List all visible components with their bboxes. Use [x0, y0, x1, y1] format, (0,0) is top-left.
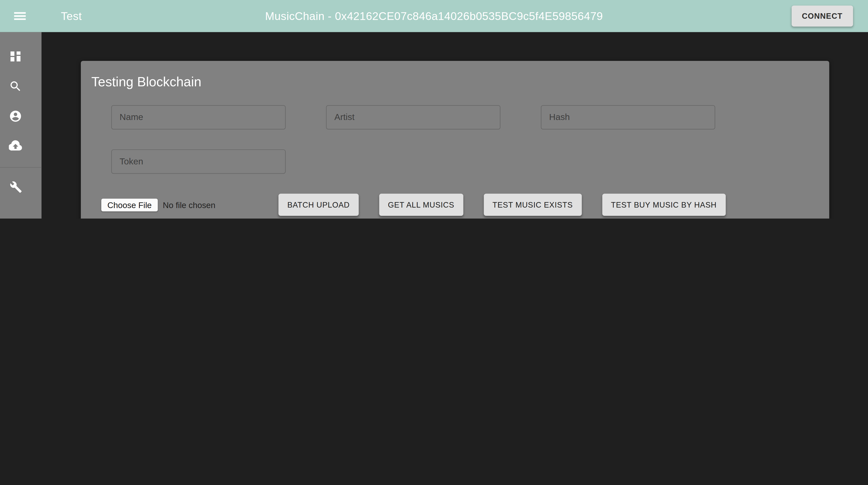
sidebar-item-tools[interactable]	[9, 181, 22, 194]
inputs-row	[111, 105, 829, 129]
app-bar: Test MusicChain - 0x42162CE07c846a14026b…	[0, 0, 868, 32]
get-all-musics-button[interactable]: GET ALL MUSICS	[379, 194, 463, 216]
hamburger-menu-button[interactable]	[12, 8, 28, 24]
dashboard-icon	[9, 50, 22, 63]
artist-input[interactable]	[326, 105, 500, 129]
connect-button[interactable]: CONNECT	[792, 5, 853, 27]
token-row	[111, 150, 829, 174]
nav-label-test[interactable]: Test	[61, 10, 82, 23]
sidebar	[0, 32, 41, 219]
test-music-exists-button[interactable]: TEST MUSIC EXISTS	[484, 194, 582, 216]
sidebar-divider	[0, 167, 41, 168]
test-buy-music-by-hash-button[interactable]: TEST BUY MUSIC BY HASH	[602, 194, 725, 216]
name-input[interactable]	[111, 105, 286, 129]
sidebar-item-dashboard[interactable]	[9, 50, 22, 63]
sidebar-item-upload[interactable]	[9, 139, 22, 153]
app-window: Test MusicChain - 0x42162CE07c846a14026b…	[0, 0, 868, 219]
hamburger-icon	[12, 8, 28, 24]
batch-upload-button[interactable]: BATCH UPLOAD	[279, 194, 359, 216]
panel-heading: Testing Blockchain	[91, 73, 829, 91]
choose-file-button[interactable]: Choose File	[101, 198, 158, 211]
testing-panel: Testing Blockchain Choose File No file c…	[81, 61, 829, 219]
file-upload-control[interactable]: Choose File No file chosen	[101, 198, 258, 211]
cloud-upload-icon	[9, 139, 22, 153]
page-title: MusicChain - 0x42162CE07c846a14026b0535B…	[0, 10, 868, 23]
button-row-1: Choose File No file chosen BATCH UPLOAD …	[101, 194, 829, 216]
hash-input[interactable]	[541, 105, 715, 129]
search-icon	[9, 79, 22, 93]
sidebar-item-search[interactable]	[9, 79, 22, 93]
wrench-icon	[9, 181, 22, 194]
token-input[interactable]	[111, 150, 286, 174]
sidebar-item-account[interactable]	[9, 109, 22, 123]
account-icon	[9, 109, 22, 123]
file-status-text: No file chosen	[163, 200, 215, 209]
